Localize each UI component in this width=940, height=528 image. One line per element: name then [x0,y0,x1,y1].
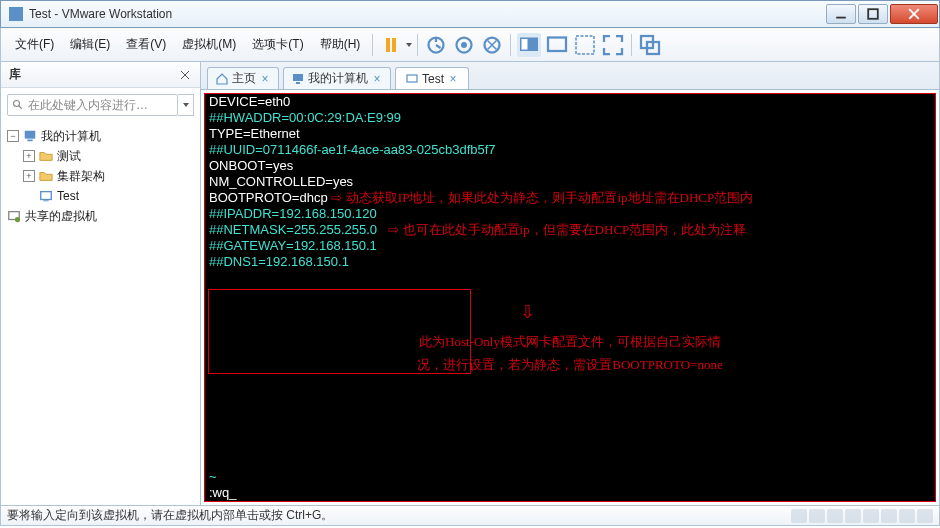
cursor: _ [229,485,236,500]
computer-icon [292,73,304,85]
view-thumbnail-button[interactable] [517,33,541,57]
computer-icon [23,129,37,143]
annotation-dhcp: 动态获取IP地址，如果此处为静态，则手动配置ip地址需在DHCP范围内 [346,190,753,205]
view-console-button[interactable] [545,33,569,57]
svg-rect-27 [296,82,300,84]
status-device-icon[interactable] [863,509,879,523]
home-icon [216,73,228,85]
menu-edit[interactable]: 编辑(E) [62,32,118,57]
svg-rect-23 [43,200,48,201]
pause-dropdown[interactable] [405,42,413,48]
svg-point-17 [14,101,20,107]
status-device-icon[interactable] [899,509,915,523]
svg-rect-1 [868,9,878,19]
svg-line-18 [19,106,22,109]
tabs-bar: 主页 × 我的计算机 × Test × [201,62,939,90]
titlebar: Test - VMware Workstation [0,0,940,28]
console-line: BOOTPROTO=dhcp ⇨ 动态获取IP地址，如果此处为静态，则手动配置i… [205,190,935,206]
console-line: ##GATEWAY=192.168.150.1 [205,238,935,254]
expand-icon[interactable]: + [23,170,35,182]
close-tab-icon[interactable]: × [260,74,270,84]
svg-point-7 [461,42,467,48]
window-title: Test - VMware Workstation [29,7,172,21]
close-tab-icon[interactable]: × [372,74,382,84]
vm-icon [39,189,53,203]
menu-vm[interactable]: 虚拟机(M) [174,32,244,57]
tree-node-cluster-folder[interactable]: + 集群架构 [7,166,194,186]
close-tab-icon[interactable]: × [448,74,458,84]
status-device-icon[interactable] [845,509,861,523]
tab-test[interactable]: Test × [395,67,469,89]
status-text: 要将输入定向到该虚拟机，请在虚拟机内部单击或按 Ctrl+G。 [7,507,333,524]
status-device-icon[interactable] [917,509,933,523]
library-tree: − 我的计算机 + 测试 + 集群架构 Test 共享的虚拟机 [1,122,200,230]
close-button[interactable] [890,4,938,24]
revert-snapshot-button[interactable] [480,33,504,57]
svg-point-25 [15,217,20,222]
console-line: ##UUID=0711466f-ae1f-4ace-aa83-025cb3dfb… [205,142,935,158]
annotation-hostonly-l2: 况，进行设置，若为静态，需设置BOOTPROTO=none [355,357,785,373]
unity-button[interactable] [638,33,662,57]
content-area: 主页 × 我的计算机 × Test × DEVICE=eth0 ##HWADDR… [201,62,939,505]
search-dropdown[interactable] [178,94,194,116]
menubar: 文件(F) 编辑(E) 查看(V) 虚拟机(M) 选项卡(T) 帮助(H) [0,28,940,62]
menu-file[interactable]: 文件(F) [7,32,62,57]
snapshot-button[interactable] [424,33,448,57]
menu-help[interactable]: 帮助(H) [312,32,369,57]
maximize-button[interactable] [858,4,888,24]
status-device-icon[interactable] [809,509,825,523]
console-line: NM_CONTROLLED=yes [205,174,935,190]
svg-rect-11 [548,37,566,51]
console-line: TYPE=Ethernet [205,126,935,142]
svg-rect-20 [25,131,36,139]
svg-rect-22 [41,192,52,200]
folder-icon [39,149,53,163]
console-line: ##HWADDR=00:0C:29:DA:E9:99 [205,110,935,126]
svg-marker-4 [406,43,412,47]
tree-node-test-folder[interactable]: + 测试 [7,146,194,166]
menu-view[interactable]: 查看(V) [118,32,174,57]
app-icon [9,7,23,21]
annotation-hostonly-l1: 此为Host-Only模式网卡配置文件，可根据自己实际情 [355,334,785,350]
stretch-button[interactable] [573,33,597,57]
vm-icon [406,73,418,85]
tree-node-mycomputer[interactable]: − 我的计算机 [7,126,194,146]
svg-rect-26 [293,74,303,81]
expand-icon[interactable]: + [23,150,35,162]
fullscreen-button[interactable] [601,33,625,57]
svg-rect-21 [27,140,32,142]
svg-rect-28 [407,75,417,82]
folder-icon [39,169,53,183]
tab-home[interactable]: 主页 × [207,67,279,89]
collapse-icon[interactable]: − [7,130,19,142]
statusbar: 要将输入定向到该虚拟机，请在虚拟机内部单击或按 Ctrl+G。 [0,506,940,526]
search-icon [12,99,24,111]
annotation-manual-ip: 也可在此处手动配置ip，但需要在DHCP范围内，此处为注释 [403,222,747,237]
console-line: ##NETMASK=255.255.255.0 ⇨ 也可在此处手动配置ip，但需… [205,222,935,238]
pause-button[interactable] [379,33,403,57]
search-input[interactable]: 在此处键入内容进行… [7,94,178,116]
menu-tabs[interactable]: 选项卡(T) [244,32,311,57]
tree-node-shared[interactable]: 共享的虚拟机 [7,206,194,226]
minimize-button[interactable] [826,4,856,24]
console-command: :wq_ [205,485,236,501]
shared-icon [7,209,21,223]
vm-console[interactable]: DEVICE=eth0 ##HWADDR=00:0C:29:DA:E9:99 T… [204,93,936,502]
sidebar-close-icon[interactable] [178,68,192,82]
console-line: ##IPADDR=192.168.150.120 [205,206,935,222]
down-arrow-icon: ⇩ [520,304,535,320]
sidebar-title: 库 [9,66,178,83]
status-device-icon[interactable] [881,509,897,523]
svg-rect-12 [576,36,594,54]
console-line: ONBOOT=yes [205,158,935,174]
snapshot-manage-button[interactable] [452,33,476,57]
tab-mycomputer[interactable]: 我的计算机 × [283,67,391,89]
status-device-icon[interactable] [791,509,807,523]
svg-marker-19 [183,103,189,107]
tree-node-test-vm[interactable]: Test [7,186,194,206]
sidebar: 库 在此处键入内容进行… − 我的计算机 + 测试 + [1,62,201,505]
console-line: DEVICE=eth0 [205,94,935,110]
console-line: ##DNS1=192.168.150.1 [205,254,935,270]
status-device-icon[interactable] [827,509,843,523]
search-placeholder: 在此处键入内容进行… [28,97,148,114]
